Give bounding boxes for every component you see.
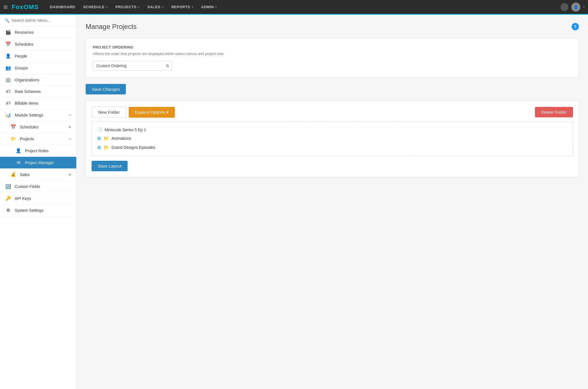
api-keys-icon: 🔑 [5, 196, 11, 201]
folder-toolbar-left: New Folder Expand Options ▾ [92, 107, 175, 118]
sidebar-item-system-settings[interactable]: ⚙ System Settings [0, 204, 76, 216]
expand-options-chevron: ▾ [166, 110, 169, 115]
save-changes-button[interactable]: Save Changes [86, 84, 126, 94]
sidebar-label-organizations: Organizations [15, 78, 71, 82]
rate-schemes-icon: 🏷 [5, 89, 11, 94]
sidebar-label-project-roles: Project Roles [25, 149, 71, 153]
sidebar-item-custom-fields[interactable]: 🔡 Custom Fields [0, 181, 76, 193]
sidebar-label-project-manager: Project Manager [25, 160, 71, 165]
sidebar-item-api-keys[interactable]: 🔑 API Keys [0, 193, 76, 204]
sidebar-label-rate-schemes: Rate Schemes [15, 89, 71, 94]
search-icon: 🔍 [5, 18, 9, 23]
folder-item-label-0: Miniscule Series 5 Ep 1 [105, 128, 146, 132]
folder-icon-1: 📁 [103, 136, 109, 141]
logo-fox: Fox [12, 3, 24, 10]
avatar[interactable]: 👤 [571, 3, 580, 12]
sidebar-item-module-settings[interactable]: 📊 Module Settings − [0, 109, 76, 121]
sidebar-item-people[interactable]: 👤 People [0, 50, 76, 62]
add-icon-1[interactable]: ⊕ [97, 135, 101, 141]
logo: FoxOMS [12, 3, 39, 11]
help-icon[interactable]: ? [572, 23, 579, 30]
main-layout: 🔍 🎬 Resources 📅 Schedules 👤 People 👥 Gro… [0, 15, 588, 389]
module-settings-toggle[interactable]: − [69, 113, 71, 118]
nav-status-circle [560, 3, 568, 11]
folder-item-2: ⊕ 📁 Grand Designs Episodes [97, 143, 568, 152]
top-nav: ⊞ FoxOMS DASHBOARD SCHEDULE▾ PROJECTS▾ S… [0, 0, 588, 15]
sidebar-label-api-keys: API Keys [15, 196, 71, 201]
projects-sub-icon: 📁 [10, 136, 16, 141]
project-ordering-section: PROJECT ORDERING Affects the order that … [86, 38, 579, 78]
schedules-icon: 📅 [5, 41, 11, 47]
module-settings-icon: 📊 [5, 112, 11, 118]
folder-icon-2: 📁 [103, 145, 109, 150]
sales-chevron: ▾ [162, 5, 164, 9]
schedules-sub-icon: 📅 [10, 124, 16, 130]
groups-icon: 👥 [5, 65, 11, 71]
expand-options-label: Expand Options [135, 110, 165, 115]
nav-admin[interactable]: ADMIN▾ [198, 3, 220, 11]
ordering-select-wrapper: Custom Ordering Alphabetical Date Create… [93, 61, 172, 71]
content-area: Manage Projects ? PROJECT ORDERING Affec… [77, 15, 588, 389]
sidebar-item-rate-schemes[interactable]: 🏷 Rate Schemes [0, 86, 76, 98]
expand-options-button[interactable]: Expand Options ▾ [129, 107, 175, 118]
sidebar-label-module-settings: Module Settings [15, 113, 65, 117]
sidebar-search: 🔍 [0, 15, 76, 26]
page-title: Manage Projects [86, 23, 137, 31]
save-changes-container: Save Changes [86, 84, 579, 94]
sidebar-label-resources: Resources [15, 30, 71, 35]
project-manager-icon: ✉ [15, 160, 22, 165]
add-icon-2[interactable]: ⊕ [97, 144, 101, 151]
sidebar-item-project-manager[interactable]: ✉ Project Manager [0, 157, 76, 169]
logo-oms: OMS [24, 3, 39, 10]
nav-projects[interactable]: PROJECTS▾ [112, 3, 143, 11]
nav-dashboard[interactable]: DASHBOARD [46, 3, 79, 11]
nav-reports[interactable]: REPORTS▾ [168, 3, 196, 11]
sidebar-label-custom-fields: Custom Fields [15, 184, 71, 189]
sidebar-item-billable-items[interactable]: 🏷 Billable Items [0, 98, 76, 109]
new-folder-button[interactable]: New Folder [92, 107, 126, 118]
folder-item-label-2: Grand Designs Episodes [111, 145, 155, 150]
user-chevron: ▾ [583, 5, 585, 9]
file-icon-0: 📄 [97, 127, 102, 132]
people-icon: 👤 [5, 53, 11, 59]
system-settings-icon: ⚙ [5, 208, 11, 213]
sidebar-label-schedules-sub: Schedules [20, 125, 65, 129]
schedules-sub-toggle[interactable]: + [69, 124, 71, 130]
sidebar-label-people: People [15, 54, 71, 58]
ordering-select[interactable]: Custom Ordering Alphabetical Date Create… [93, 61, 172, 71]
sidebar-label-system-settings: System Settings [15, 208, 71, 213]
save-layout-button[interactable]: Save Layout [92, 161, 128, 171]
admin-chevron: ▾ [215, 5, 217, 9]
sidebar-label-sales-sub: Sales [20, 172, 65, 177]
nav-sales[interactable]: SALES▾ [144, 3, 167, 11]
search-input[interactable] [12, 18, 72, 23]
section-title-ordering: PROJECT ORDERING [93, 45, 572, 49]
folder-toolbar: New Folder Expand Options ▾ Delete Folde… [92, 107, 573, 118]
schedule-chevron: ▾ [106, 5, 108, 9]
sidebar-item-organizations[interactable]: 🏢 Organizations [0, 74, 76, 86]
folder-list: 📄 Miniscule Series 5 Ep 1 ⊕ 📁 Animations… [92, 122, 573, 156]
nav-schedule[interactable]: SCHEDULE▾ [80, 3, 111, 11]
sidebar-item-sales-sub[interactable]: 💰 Sales + [0, 169, 76, 181]
billable-items-icon: 🏷 [5, 101, 11, 106]
delete-folder-button[interactable]: Delete Folder [535, 107, 573, 117]
sales-sub-toggle[interactable]: + [69, 172, 71, 177]
sidebar-item-groups[interactable]: 👥 Groups [0, 62, 76, 74]
sidebar-item-project-roles[interactable]: 👤 Project Roles [0, 145, 76, 157]
sidebar-item-resources[interactable]: 🎬 Resources [0, 26, 76, 38]
reports-chevron: ▾ [192, 5, 193, 9]
sidebar-label-projects-sub: Projects [20, 137, 65, 141]
sidebar-item-schedules-sub[interactable]: 📅 Schedules + [0, 121, 76, 133]
grid-icon[interactable]: ⊞ [3, 4, 8, 10]
sidebar-label-schedules: Schedules [15, 42, 71, 46]
folder-item-1: ⊕ 📁 Animations [97, 134, 568, 143]
sidebar-label-groups: Groups [15, 66, 71, 70]
organizations-icon: 🏢 [5, 77, 11, 83]
folder-section: New Folder Expand Options ▾ Delete Folde… [86, 101, 579, 177]
sidebar-label-billable-items: Billable Items [15, 101, 71, 105]
projects-sub-toggle[interactable]: − [69, 136, 71, 141]
sidebar-item-schedules[interactable]: 📅 Schedules [0, 38, 76, 50]
sidebar-item-projects-sub[interactable]: 📁 Projects − [0, 133, 76, 145]
custom-fields-icon: 🔡 [5, 184, 11, 189]
folder-item-0: 📄 Miniscule Series 5 Ep 1 [97, 126, 568, 134]
